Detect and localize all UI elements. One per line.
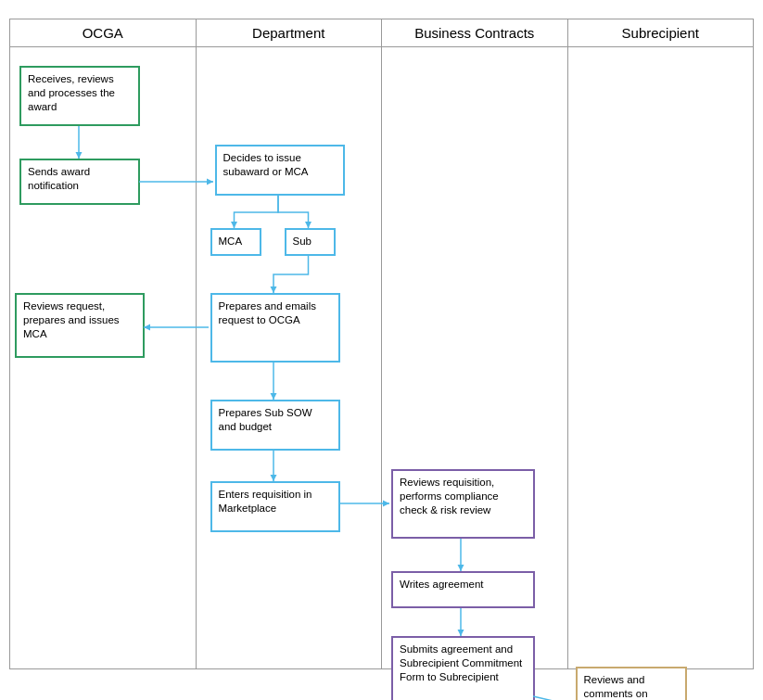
lane-department: Decides to issue subaward or MCAMCASubPr… — [197, 47, 383, 668]
flow-box-box12: Submits agreement and Subrecipient Commi… — [391, 636, 535, 700]
flow-box-box11: Writes agreement — [391, 571, 535, 608]
flow-box-box10: Reviews requisition, performs compliance… — [391, 469, 535, 539]
flow-box-box13: Reviews and comments on agreement — [576, 667, 687, 700]
flow-box-box8: Prepares Sub SOW and budget — [210, 400, 340, 451]
header-subrecipient: Subrecipient — [568, 19, 755, 46]
flow-box-box6: Prepares and emails request to OCGA — [210, 293, 340, 363]
page: OCGA Department Business Contracts Subre… — [0, 0, 763, 700]
swimlane-body: Receives, reviews and processes the awar… — [9, 47, 754, 669]
lane-subrecipient: Reviews and comments on agreement — [568, 47, 755, 668]
flow-box-box9: Enters requisition in Marketplace — [210, 481, 340, 532]
flow-box-box4: MCA — [210, 228, 261, 256]
flow-box-box1: Receives, reviews and processes the awar… — [19, 66, 140, 126]
flow-box-box3: Decides to issue subaward or MCA — [215, 145, 345, 196]
flow-box-box5: Sub — [285, 228, 336, 256]
header-department: Department — [197, 19, 383, 46]
flow-box-box7: Reviews request, prepares and issues MCA — [15, 293, 145, 358]
swimlane-headers: OCGA Department Business Contracts Subre… — [9, 19, 754, 47]
header-ocga: OCGA — [9, 19, 197, 46]
lane-ocga: Receives, reviews and processes the awar… — [9, 47, 197, 668]
lane-business-contracts: Reviews requisition, performs compliance… — [382, 47, 568, 668]
swimlane-container: OCGA Department Business Contracts Subre… — [9, 19, 754, 669]
header-business-contracts: Business Contracts — [382, 19, 568, 46]
flow-box-box2: Sends award notification — [19, 159, 140, 205]
